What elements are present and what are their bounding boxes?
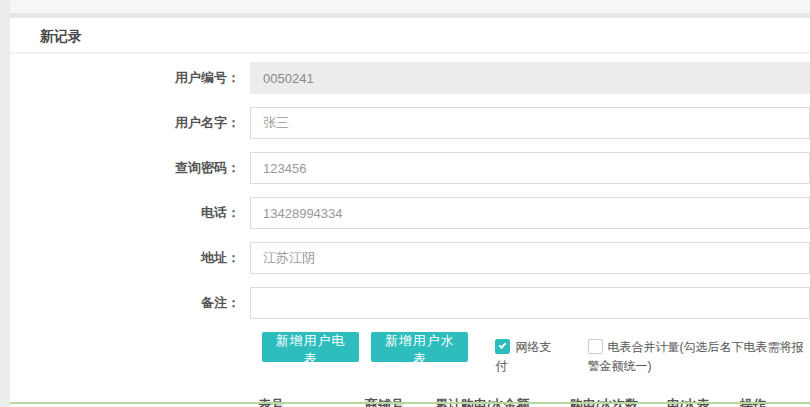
form-row-user-name: 用户名字： (10, 107, 810, 139)
phone-label: 电话： (10, 204, 250, 222)
form-row-user-id: 用户编号： (10, 62, 810, 94)
address-label: 地址： (10, 249, 250, 267)
form-row-phone: 电话： (10, 197, 810, 229)
add-water-meter-button[interactable]: 新增用户水表 (371, 332, 468, 362)
user-name-field[interactable] (250, 107, 810, 139)
top-strip (10, 0, 810, 13)
user-id-field (250, 62, 810, 94)
form-row-remarks: 备注： (10, 287, 810, 319)
query-password-field[interactable] (250, 152, 810, 184)
phone-field[interactable] (250, 197, 810, 229)
query-password-label: 查询密码： (10, 159, 250, 177)
form-row-address: 地址： (10, 242, 810, 274)
merge-meter-checkbox-block: 电表合并计量(勾选后名下电表需将报警金额统一) (588, 338, 810, 376)
remarks-label: 备注： (10, 294, 250, 312)
panel-title: 新记录 (10, 18, 810, 54)
user-name-label: 用户名字： (10, 114, 250, 132)
address-field[interactable] (250, 242, 810, 274)
remarks-field[interactable] (250, 287, 810, 319)
new-record-panel: 新记录 用户编号： 用户名字： 查询密码： 电话： 地址： 备注： 新增用户电表 (10, 18, 810, 407)
actions-row: 新增用户电表 新增用户水表 网络支付 电表合并计量(勾选后名下电表需将报警金额统… (262, 332, 810, 376)
table-top-border (10, 402, 810, 404)
checkmark-icon (499, 341, 507, 349)
new-record-form: 用户编号： 用户名字： 查询密码： 电话： 地址： 备注： 新增用户电表 新增用… (10, 54, 810, 407)
user-id-label: 用户编号： (10, 69, 250, 87)
form-row-query-password: 查询密码： (10, 152, 810, 184)
add-electric-meter-button[interactable]: 新增用户电表 (262, 332, 359, 362)
network-payment-checkbox-block: 网络支付 (495, 338, 551, 376)
merge-meter-checkbox[interactable] (588, 339, 603, 354)
network-payment-checkbox[interactable] (495, 339, 510, 354)
merge-meter-label: 电表合并计量(勾选后名下电表需将报警金额统一) (588, 340, 804, 373)
